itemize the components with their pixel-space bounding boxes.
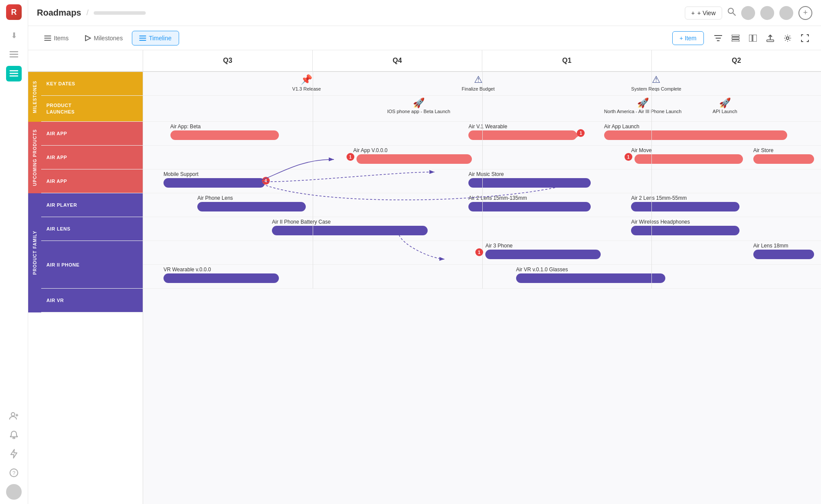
tabbar: Items Milestones Timeline + Item (28, 26, 821, 50)
bar-air-ii-battery[interactable] (272, 226, 428, 235)
bar-air-app-beta[interactable] (170, 130, 279, 140)
user-avatar[interactable] (6, 484, 22, 500)
tab-items[interactable]: Items (37, 31, 76, 46)
air-music-store-label: Air Music Store (468, 171, 504, 177)
bar-air-store[interactable] (753, 154, 814, 164)
add-item-button[interactable]: + Item (672, 31, 704, 45)
svg-rect-30 (767, 40, 774, 42)
key-dates-row: 📌 V1.3 Release ⚠ Finalize Budget ⚠ Syste… (143, 72, 821, 96)
add-collaborator-button[interactable]: + (798, 6, 812, 20)
sidebar-icon-timeline[interactable] (6, 66, 22, 81)
svg-point-13 (728, 8, 733, 13)
bar-air-lens-18[interactable] (753, 250, 814, 259)
air-ii-battery-label: Air II Phone Battery Case (272, 219, 330, 225)
svg-rect-26 (732, 37, 739, 39)
pin-icon: 📌 (301, 74, 312, 85)
milestone-api-launch: 🚀 API Launch (713, 98, 737, 114)
svg-rect-2 (10, 56, 18, 58)
bar-air-music-store[interactable] (468, 178, 590, 188)
milestone-reqs-label: System Reqs Complete (631, 86, 681, 91)
sidebar-icon-lightning[interactable] (6, 446, 22, 462)
air-ii-phone-row-1: Air II Phone Battery Case Air Wireless H… (143, 217, 821, 241)
tab-items-label: Items (54, 35, 69, 42)
dep-badge-2: 1 (347, 153, 354, 161)
air-app-row-2: Air App V.0.0.0 1 Air Move 1 Air Store (143, 146, 821, 169)
app-logo[interactable]: R (6, 4, 22, 20)
bar-air-2-lens-55[interactable] (631, 202, 739, 211)
product-family-category-tag: PRODUCT FAMILY (28, 193, 41, 312)
sidebar-icon-bell[interactable] (6, 427, 22, 442)
svg-point-31 (786, 37, 789, 39)
sidebar-icon-download[interactable]: ⬇ (6, 28, 22, 43)
air-3-phone-label: Air 3 Phone (485, 243, 513, 249)
air-lens-18-label: Air Lens 18mm (753, 243, 788, 249)
bar-air-vr-glasses[interactable] (516, 273, 665, 283)
add-view-button[interactable]: + + View (685, 7, 722, 20)
bar-air-app-v000[interactable] (357, 154, 472, 164)
rocket-icon-2: 🚀 (637, 98, 649, 109)
bar-air-app-launch[interactable] (604, 130, 787, 140)
milestone-v13-label: V1.3 Release (292, 86, 321, 91)
fullscreen-icon[interactable] (798, 31, 812, 46)
bar-vr-wearable[interactable] (164, 273, 279, 283)
quarter-q3: Q3 (143, 50, 313, 71)
dep-badge-5: 1 (475, 248, 483, 256)
page-title: Roadmaps (37, 8, 81, 18)
search-icon[interactable] (727, 7, 736, 18)
columns-icon[interactable] (746, 31, 760, 46)
bar-air-phone-lens[interactable] (197, 202, 306, 211)
group-icon[interactable] (728, 31, 743, 46)
sidebar-icon-person-add[interactable] (6, 408, 22, 423)
rocket-icon-3: 🚀 (719, 98, 731, 109)
bar-air-move[interactable] (635, 154, 743, 164)
product-launches-row: 🚀 IOS phone app - Beta Launch 🚀 North Am… (143, 96, 821, 122)
milestone-north-america: 🚀 North America - Air III Phone Launch (604, 98, 682, 114)
vr-wearable-label: VR Wearable v.0.0.0 (164, 267, 211, 273)
tab-timeline[interactable]: Timeline (132, 31, 179, 46)
quarter-q2: Q2 (652, 50, 821, 71)
bar-mobile-support[interactable] (164, 178, 265, 188)
bar-air-v1-wearable[interactable] (468, 130, 577, 140)
settings-icon[interactable] (780, 31, 795, 46)
air-app-row-1: Air App: Beta Air V.1 Wearable 1 Air App… (143, 122, 821, 146)
air-player-label-row: AIR PLAYER (41, 193, 143, 217)
svg-rect-17 (44, 40, 51, 41)
product-launches-label-row: PRODUCTLAUNCHES (41, 96, 143, 122)
air-player-row: Mobile Support 4 Air Music Store (143, 169, 821, 193)
svg-rect-3 (10, 70, 18, 72)
air-app-label-row-1: AIR APP (41, 122, 143, 146)
air-app-label-2: AIR APP (41, 155, 72, 160)
timeline-rows: 📌 V1.3 Release ⚠ Finalize Budget ⚠ Syste… (143, 72, 821, 289)
timeline-area: MILESTONES KEY DATES PRODUCTLAUNCHES UPC… (28, 50, 821, 504)
sidebar-icon-question[interactable]: ? (6, 465, 22, 481)
air-wireless-label: Air Wireless Headphones (631, 219, 690, 225)
product-launches-label: PRODUCTLAUNCHES (41, 102, 80, 115)
svg-rect-19 (139, 36, 146, 36)
air-player-label: AIR PLAYER (41, 202, 82, 208)
bar-air-wireless[interactable] (631, 226, 739, 235)
svg-text:?: ? (13, 470, 16, 476)
avatar-1[interactable] (741, 6, 755, 20)
sidebar-icon-list[interactable] (6, 47, 22, 62)
export-icon[interactable] (763, 31, 778, 46)
milestone-ios-label: IOS phone app - Beta Launch (387, 109, 451, 114)
avatar-2[interactable] (760, 6, 774, 20)
add-item-label: + Item (680, 35, 697, 42)
dep-badge-3: 1 (625, 153, 632, 161)
air-move-label: Air Move (631, 147, 651, 153)
milestone-na-label: North America - Air III Phone Launch (604, 109, 682, 114)
air-ii-phone-label: AIR II PHONE (41, 262, 85, 267)
bar-air-2-lens-135[interactable] (468, 202, 590, 211)
grid-pane[interactable]: Q3 Q4 Q1 Q2 📌 V1.3 Release (143, 50, 821, 504)
avatar-3[interactable] (779, 6, 793, 20)
svg-rect-16 (44, 38, 51, 39)
product-family-rows: AIR PLAYER AIR LENS AIR II PHONE AIR VR (41, 193, 143, 312)
main-content: Roadmaps / + + View + Items Milestones (28, 0, 821, 504)
topbar-right: + (727, 6, 812, 20)
filter-icon[interactable] (711, 31, 726, 46)
bar-air-3-phone[interactable] (485, 250, 601, 259)
product-family-group-label: PRODUCT FAMILY AIR PLAYER AIR LENS AIR I… (28, 193, 143, 312)
tab-milestones[interactable]: Milestones (78, 31, 130, 46)
dep-badge-1: 1 (577, 129, 585, 137)
milestones-category-tag: MILESTONES (28, 72, 41, 122)
